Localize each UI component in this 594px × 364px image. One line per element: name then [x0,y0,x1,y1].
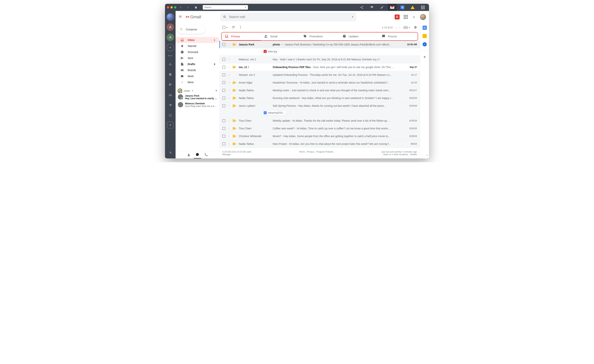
layers-icon[interactable] [368,4,376,11]
importance-marker[interactable] [232,142,236,145]
calendar-addon-icon[interactable]: 31 [423,26,427,30]
settings-gear-icon[interactable] [413,26,417,30]
row-checkbox[interactable] [222,127,225,130]
nav-item-boards[interactable]: Boards [176,67,219,73]
apps-grid-icon[interactable] [418,4,427,11]
star-icon[interactable]: ☆ [228,127,230,130]
chevron-down-icon[interactable]: ▼ [245,7,246,8]
category-tab-updates[interactable]: Updates [339,33,378,40]
star-icon[interactable]: ☆ [228,119,230,122]
telegram-icon[interactable] [167,101,174,109]
manage-storage-link[interactable]: Manage [222,153,230,156]
importance-marker[interactable] [232,43,236,46]
nav-forward-button[interactable] [185,5,191,10]
more-actions-button[interactable] [239,26,242,30]
hangouts-header[interactable]: Aidan ▼ + [177,88,217,93]
star-icon[interactable]: ☆ [228,104,230,107]
refresh-button[interactable] [232,26,235,30]
importance-marker[interactable] [232,104,236,107]
nav-item-starred[interactable]: Starred [176,43,219,49]
email-row[interactable]: ☆Stewart, me 2Updated Onboarding Process… [219,71,420,79]
share-icon[interactable] [357,4,366,11]
category-tab-promotions[interactable]: Promotions [300,33,339,40]
row-checkbox[interactable] [222,89,225,92]
row-checkbox[interactable] [222,58,225,61]
row-checkbox[interactable] [222,104,225,107]
star-icon[interactable]: ☆ [228,43,230,46]
category-tab-primary[interactable]: Primary [222,33,261,40]
workspace-avatar[interactable] [167,13,174,21]
drive-app-icon[interactable] [408,4,417,11]
nav-item-work[interactable]: Work [176,73,219,79]
row-checkbox[interactable] [222,81,225,84]
row-checkbox[interactable] [222,73,225,76]
nav-item-inbox[interactable]: Inbox1 [176,37,219,43]
email-row[interactable]: ☆Amee NIjjarHeadshots Tomorrow - Hi Aida… [219,79,420,86]
evernote-icon[interactable] [167,71,174,78]
google-apps-icon[interactable] [403,15,408,19]
hangouts-contacts-tab[interactable] [185,151,193,159]
page-next-button[interactable]: › [399,26,400,29]
star-icon[interactable]: ☆ [228,66,230,69]
attachment-chip[interactable]: ≡saltspring2016.... [262,110,287,115]
importance-marker[interactable] [232,66,236,68]
mail-search-bar[interactable]: ▼ [220,13,356,21]
email-row[interactable]: ☆Jaeyou Parkphoto - -- Jaeyou Park Busin… [219,41,420,48]
titlebar-search-input[interactable] [204,6,243,9]
nav-item-drafts[interactable]: Drafts3 [176,61,219,67]
star-icon[interactable]: ☆ [228,58,230,61]
minimize-window-button[interactable] [170,6,173,8]
star-icon[interactable]: ☆ [228,73,230,76]
hamburger-menu-icon[interactable] [179,15,183,19]
star-icon[interactable]: ☆ [228,81,230,84]
grammarly-icon[interactable]: G [395,14,400,20]
mail-search-input[interactable] [229,15,349,19]
settings-wrench-icon[interactable] [167,149,174,156]
close-window-button[interactable] [167,6,169,8]
whatsapp-icon[interactable] [167,111,174,119]
email-row[interactable]: ☆Tina ChienWeekly update - Hi Aidan, Tha… [219,117,420,124]
email-row[interactable]: ☆Jason LybbertSalt Spring Pictures - Hey… [219,102,420,110]
nav-item-sent[interactable]: Sent [176,55,219,61]
edit-icon[interactable] [378,4,386,11]
category-tab-social[interactable]: Social [261,33,300,40]
star-icon[interactable]: ☆ [228,142,230,145]
category-tab-forums[interactable]: Forums [378,33,418,40]
hangouts-chat-item[interactable]: Jaeyou ParkHey, I just wanted to clarify… [177,93,217,101]
notifications-bell-icon[interactable] [412,15,416,19]
maximize-window-button[interactable] [174,6,176,8]
gmail-logo[interactable]: Gmail [186,14,218,20]
nav-item-snoozed[interactable]: Snoozed [176,49,219,55]
more-icon[interactable]: ••• [168,54,173,58]
hangouts-new-button[interactable]: + [215,89,217,93]
star-icon[interactable]: ☆ [228,89,230,92]
email-row[interactable]: ☆Christine WhitesideMovie? - Hey Aidan, … [219,132,420,140]
account-locations-link[interactable]: Open in 2 other locations · Details [383,153,417,156]
row-checkbox[interactable] [222,43,225,46]
get-addons-button[interactable]: + [423,55,427,59]
star-icon[interactable]: ☆ [228,97,230,100]
row-checkbox[interactable] [222,142,225,145]
email-row[interactable]: ☆Nadia TatlowRunning club weekend - Hey … [219,94,420,102]
titlebar-search[interactable]: ▼ [203,5,248,10]
compose-button[interactable]: Compose [177,25,205,34]
calendar-app-icon[interactable]: 31 [398,4,407,11]
row-checkbox[interactable] [222,66,225,69]
tasks-addon-icon[interactable]: ✓ [423,42,427,46]
email-row[interactable]: ☆Mateusz, me 2Hey - Yeah I saw it :) tha… [219,56,420,63]
page-prev-button[interactable]: ‹ [396,26,397,29]
hangouts-chats-tab[interactable] [194,151,201,159]
input-tools-button[interactable]: ▼ [404,26,410,29]
trello-icon[interactable] [167,81,174,88]
asana-icon[interactable] [167,61,174,68]
notifications-icon[interactable] [192,4,200,11]
search-options-icon[interactable]: ▼ [352,16,354,18]
hangouts-chat-item[interactable]: Mateusz DembekSure thing man! Give me a … [177,101,217,109]
email-row[interactable]: ☆Tina ChienCoffee next week? - Hi Aidan,… [219,125,420,132]
row-checkbox[interactable] [222,135,225,138]
hangouts-calls-tab[interactable] [202,151,210,159]
workspace-avatar[interactable]: A [167,23,174,31]
email-row[interactable]: ☆me, JJ 2Onboarding Process PDF files - … [219,63,420,71]
linkedin-icon[interactable] [167,91,174,99]
add-workspace-button[interactable]: + [167,44,174,51]
